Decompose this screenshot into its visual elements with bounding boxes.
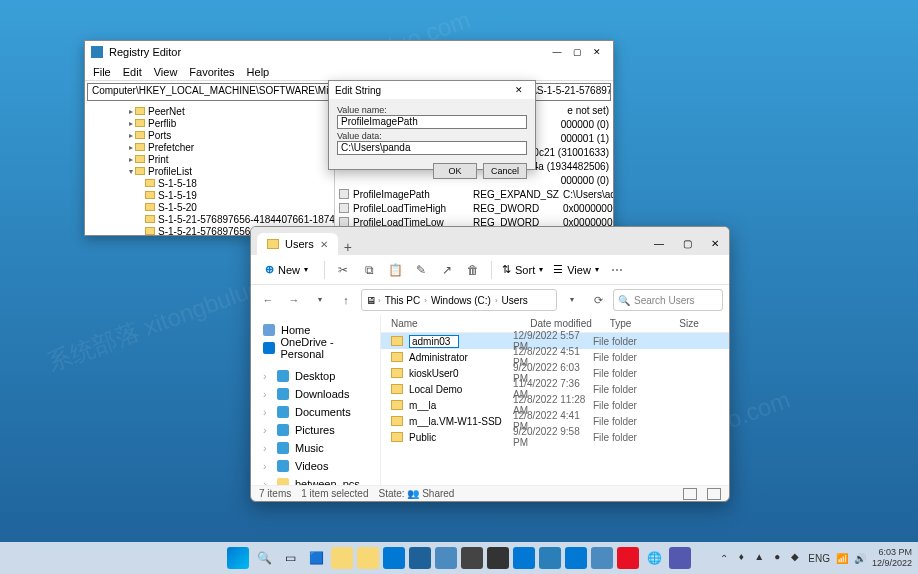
minimize-button[interactable]: — xyxy=(547,44,567,60)
tree-key[interactable]: ▸PeerNet xyxy=(87,105,332,117)
regedit-key-tree[interactable]: ▸PeerNet▸Perflib▸Ports▸Prefetcher▸Print▾… xyxy=(85,103,335,235)
tree-key[interactable]: ▾ProfileList xyxy=(87,165,332,177)
column-header[interactable]: Name xyxy=(391,318,530,329)
app-taskbar-icon-4[interactable] xyxy=(539,547,561,569)
start-button[interactable] xyxy=(227,547,249,569)
more-icon[interactable]: ⋯ xyxy=(609,262,625,278)
rename-icon[interactable]: ✎ xyxy=(413,262,429,278)
minimize-button[interactable]: — xyxy=(645,233,673,255)
app-taskbar-icon-3[interactable] xyxy=(513,547,535,569)
value-row[interactable]: ProfileImagePathREG_EXPAND_SZC:\Users\ad… xyxy=(335,187,613,201)
forward-button[interactable]: → xyxy=(283,289,305,311)
tree-key[interactable]: S-1-5-21-576897656-4184407661-1874224501… xyxy=(87,213,332,225)
terminal-taskbar-icon[interactable] xyxy=(461,547,483,569)
sort-button[interactable]: ⇅ Sort ▾ xyxy=(502,263,543,276)
widgets-icon[interactable]: 🟦 xyxy=(305,547,327,569)
sidebar-item[interactable]: ›Desktop xyxy=(255,367,376,385)
value-data-field[interactable]: C:\Users\panda xyxy=(337,141,527,155)
word-taskbar-icon[interactable] xyxy=(565,547,587,569)
wifi-icon[interactable]: 📶 xyxy=(836,553,848,564)
maximize-button[interactable]: ▢ xyxy=(673,233,701,255)
app-taskbar-icon-6[interactable] xyxy=(617,547,639,569)
tree-key[interactable]: S-1-5-19 xyxy=(87,189,332,201)
explorer-tab-users[interactable]: Users ✕ xyxy=(257,233,338,255)
column-header[interactable]: Date modified xyxy=(530,318,610,329)
refresh-button[interactable]: ⟳ xyxy=(587,289,609,311)
menu-favorites[interactable]: Favorites xyxy=(189,66,234,78)
app-taskbar-icon-5[interactable] xyxy=(591,547,613,569)
new-tab-button[interactable]: + xyxy=(338,239,358,255)
app-taskbar-icon[interactable] xyxy=(435,547,457,569)
value-row[interactable]: ProfileLoadTimeHighREG_DWORD0x00000000 (… xyxy=(335,201,613,215)
cut-icon[interactable]: ✂ xyxy=(335,262,351,278)
menu-file[interactable]: File xyxy=(93,66,111,78)
expand-caret-icon[interactable]: ▸ xyxy=(127,107,135,116)
tray-icon[interactable]: ♦ xyxy=(734,551,748,565)
delete-icon[interactable]: 🗑 xyxy=(465,262,481,278)
file-row[interactable]: Public9/20/2022 9:58 PMFile folder xyxy=(381,429,729,445)
language-indicator[interactable]: ENG xyxy=(808,553,830,564)
taskbar-clock[interactable]: 6:03 PM 12/9/2022 xyxy=(872,547,912,569)
editstr-titlebar[interactable]: Edit String ✕ xyxy=(329,81,535,99)
back-button[interactable]: ← xyxy=(257,289,279,311)
sidebar-item[interactable]: ›Videos xyxy=(255,457,376,475)
tree-key[interactable]: ▸Prefetcher xyxy=(87,141,332,153)
sidebar-item[interactable]: ›Documents xyxy=(255,403,376,421)
teams-taskbar-icon[interactable] xyxy=(669,547,691,569)
close-button[interactable]: ✕ xyxy=(587,44,607,60)
task-view-icon[interactable]: ▭ xyxy=(279,547,301,569)
history-button[interactable]: ▾ xyxy=(309,289,331,311)
rename-input[interactable]: admin03 xyxy=(409,335,459,348)
chevron-up-icon[interactable]: ⌃ xyxy=(720,553,728,564)
tree-key[interactable]: ▸Print xyxy=(87,153,332,165)
view-button[interactable]: ☰ View ▾ xyxy=(553,263,599,276)
explorer-sidebar[interactable]: HomeOneDrive - Personal›Desktop›Download… xyxy=(251,315,381,485)
expand-caret-icon[interactable]: ▾ xyxy=(127,167,135,176)
sidebar-item[interactable]: OneDrive - Personal xyxy=(255,339,376,357)
sidebar-item[interactable]: ›Downloads xyxy=(255,385,376,403)
sidebar-item[interactable]: ›Pictures xyxy=(255,421,376,439)
details-view-toggle[interactable] xyxy=(683,488,697,500)
search-box[interactable]: 🔍 Search Users xyxy=(613,289,723,311)
file-list[interactable]: admin0312/9/2022 5:57 PMFile folderAdmin… xyxy=(381,333,729,445)
edge-taskbar-icon[interactable] xyxy=(383,547,405,569)
search-icon[interactable]: 🔍 xyxy=(253,547,275,569)
paste-icon[interactable]: 📋 xyxy=(387,262,403,278)
tree-key[interactable]: ▸Ports xyxy=(87,129,332,141)
regedit-titlebar[interactable]: Registry Editor — ▢ ✕ xyxy=(85,41,613,63)
close-button[interactable]: ✕ xyxy=(509,82,529,98)
expand-caret-icon[interactable]: ▸ xyxy=(127,143,135,152)
store-taskbar-icon[interactable] xyxy=(409,547,431,569)
breadcrumb-segment[interactable]: Windows (C:) xyxy=(429,295,493,306)
column-header[interactable]: Size xyxy=(679,318,729,329)
tray-icon[interactable]: ◆ xyxy=(788,551,802,565)
menu-view[interactable]: View xyxy=(154,66,178,78)
tree-key[interactable]: ▸Perflib xyxy=(87,117,332,129)
tray-icon[interactable]: ▲ xyxy=(752,551,766,565)
chrome-taskbar-icon[interactable]: 🌐 xyxy=(643,547,665,569)
value-name-field[interactable]: ProfileImagePath xyxy=(337,115,527,129)
sidebar-item[interactable]: ›between_pcs xyxy=(255,475,376,485)
share-icon[interactable]: ↗ xyxy=(439,262,455,278)
copy-icon[interactable]: ⧉ xyxy=(361,262,377,278)
up-button[interactable]: ↑ xyxy=(335,289,357,311)
cancel-button[interactable]: Cancel xyxy=(483,163,527,179)
tab-close-icon[interactable]: ✕ xyxy=(320,239,328,250)
expand-caret-icon[interactable]: ▸ xyxy=(127,155,135,164)
app-taskbar-icon-2[interactable] xyxy=(487,547,509,569)
tree-key[interactable]: S-1-5-18 xyxy=(87,177,332,189)
thumbnails-view-toggle[interactable] xyxy=(707,488,721,500)
addr-dropdown-button[interactable]: ▾ xyxy=(561,289,583,311)
column-header[interactable]: Type xyxy=(610,318,680,329)
breadcrumb-segment[interactable]: Users xyxy=(500,295,530,306)
volume-icon[interactable]: 🔊 xyxy=(854,553,866,564)
tray-icon[interactable]: ● xyxy=(770,551,784,565)
close-button[interactable]: ✕ xyxy=(701,233,729,255)
tree-key[interactable]: S-1-5-20 xyxy=(87,201,332,213)
sidebar-item[interactable]: ›Music xyxy=(255,439,376,457)
explorer-taskbar-icon[interactable] xyxy=(331,547,353,569)
explorer-taskbar-icon-2[interactable] xyxy=(357,547,379,569)
menu-help[interactable]: Help xyxy=(247,66,270,78)
expand-caret-icon[interactable]: ▸ xyxy=(127,131,135,140)
address-bar[interactable]: 🖥› This PC›Windows (C:)›Users xyxy=(361,289,557,311)
